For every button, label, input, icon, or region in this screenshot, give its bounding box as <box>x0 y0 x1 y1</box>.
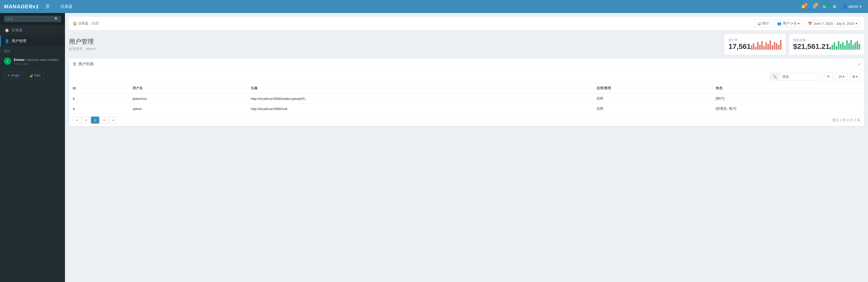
stat-value-orders: 17,561 <box>728 43 751 51</box>
sidebar-item-user-management[interactable]: 👤 用户管理 <box>0 36 65 47</box>
col-avatar: 头像 <box>247 83 592 93</box>
search-submit-button[interactable]: 🔍 <box>770 73 780 80</box>
stats-button[interactable]: 📊 统计 <box>754 20 772 27</box>
bright-theme-button[interactable]: ☀ Bright <box>4 72 23 79</box>
theme-buttons: ☀ Bright 🌙 Dark <box>0 68 65 83</box>
notification-section-title: 通知 <box>0 47 65 55</box>
col-username: 用户名 <box>129 83 247 93</box>
table-row: 8 jiekechoo http://localhost:8080/static… <box>69 93 864 104</box>
pagination-bar: « < 1 > » 显示 1 到 2 共 2 条 <box>69 114 864 126</box>
sidebar-search-container: 🔍 <box>0 13 65 25</box>
calendar-icon: 📅 <box>808 22 812 26</box>
alerts-badge: 5 <box>804 3 808 6</box>
notification-user: Emma <box>14 58 24 62</box>
per-page-value: 10 <box>838 75 842 79</box>
cell-role: [管理员, 用户] <box>712 104 864 114</box>
sidebar-item-dashboard[interactable]: 🏠 仪表盘 <box>0 25 65 36</box>
user-icon: 👤 <box>5 39 9 43</box>
users-label: 用户 (+3) <box>783 21 797 26</box>
dashboard-icon: 🏠 <box>5 28 9 32</box>
chart-bar <box>765 43 767 50</box>
users-filter-button[interactable]: 👥 用户 (+3) ▾ <box>774 20 803 27</box>
content-box-header: ☰ 用户列表 ▾ <box>69 59 864 70</box>
columns-arrow: ▾ <box>856 75 858 79</box>
settings-button[interactable]: ⚙ <box>830 3 839 10</box>
tasks-badge: 7 <box>814 3 818 6</box>
chart-bar <box>751 45 752 50</box>
cell-status: 启用 <box>592 104 712 114</box>
chart-bar <box>774 42 775 50</box>
user-menu[interactable]: 👤 admin ▾ <box>840 3 864 10</box>
breadcrumb-separator: › <box>90 22 91 26</box>
col-id: ID <box>69 83 129 93</box>
chart-bar <box>842 42 844 50</box>
chart-bar <box>830 47 831 50</box>
per-page-arrow: ▾ <box>843 75 845 79</box>
tasks-button[interactable]: ☰ 7 <box>810 3 819 10</box>
user-table-box: ☰ 用户列表 ▾ 🔍 ↻ 10 ▾ ⊞ ▾ <box>69 59 864 126</box>
orders-chart <box>751 39 781 50</box>
chart-bar <box>855 43 856 50</box>
breadcrumb-actions: 📊 统计 👥 用户 (+3) ▾ 📅 June 7, 2015 - July 6… <box>754 20 860 27</box>
refresh-button[interactable]: ↻ <box>824 73 833 80</box>
current-page-button[interactable]: 1 <box>91 117 99 123</box>
chart-bar <box>768 44 769 50</box>
dark-theme-button[interactable]: 🌙 Dark <box>26 72 44 79</box>
users-table: ID 用户名 头像 启用/禁用 角色 8 jiekechoo http://lo… <box>69 83 864 114</box>
search-input[interactable] <box>6 17 54 21</box>
search-wrapper: 🔍 <box>770 73 822 80</box>
breadcrumb-bar: 🏠 仪表盘 › 日历 📊 统计 👥 用户 (+3) ▾ 📅 June 7, 20… <box>69 17 864 30</box>
stats-row: 新订单 17,561 我的余额 $21,561.21 <box>724 34 864 55</box>
page-header: 用户管理 欢迎使用，admin! 新订单 17,561 我的余额 $21,561… <box>69 34 864 55</box>
navbar-right: 🔔 5 ☰ 7 ✉ 1 ⚙ 👤 admin ▾ <box>798 3 864 10</box>
date-range-button[interactable]: 📅 June 7, 2015 - July 6, 2015 ▾ <box>805 20 860 27</box>
balance-chart <box>830 39 860 50</box>
chart-bar <box>840 44 841 50</box>
sun-icon: ☀ <box>7 74 10 77</box>
per-page-button[interactable]: 10 ▾ <box>836 73 847 80</box>
table-toolbar: 🔍 ↻ 10 ▾ ⊞ ▾ <box>69 70 864 83</box>
messages-button[interactable]: ✉ 1 <box>820 3 829 10</box>
chart-bar <box>780 40 781 50</box>
notification-icon: + <box>4 57 11 65</box>
next-page-button[interactable]: > <box>100 117 108 123</box>
cell-username: jiekechoo <box>129 93 247 104</box>
app-brand: MANAGERv1 <box>4 4 39 10</box>
chart-bar <box>859 44 860 50</box>
sidebar-menu: 🏠 仪表盘 👤 用户管理 <box>0 25 65 47</box>
table-search-input[interactable] <box>780 73 821 80</box>
last-page-button[interactable]: » <box>109 117 118 123</box>
search-icon: 🔍 <box>54 17 59 21</box>
box-title-text: 用户列表 <box>78 62 94 66</box>
notification-item: + Emma's account was created 4 hours ago <box>0 55 65 68</box>
breadcrumb-home: 仪表盘 <box>78 21 88 26</box>
first-page-button[interactable]: « <box>73 117 81 123</box>
breadcrumb-current: 日历 <box>92 21 99 26</box>
chart-bar <box>844 45 846 50</box>
stat-card-balance: 我的余额 $21,561.21 <box>789 34 864 55</box>
chart-bar <box>770 40 771 50</box>
columns-button[interactable]: ⊞ ▾ <box>850 73 860 80</box>
cell-status: 启用 <box>592 93 712 104</box>
prev-page-button[interactable]: < <box>82 117 90 123</box>
col-role: 角色 <box>712 83 864 93</box>
sidebar-toggle[interactable]: ☰ <box>43 2 52 11</box>
chart-bar <box>832 45 833 50</box>
chart-bar <box>755 47 756 50</box>
users-icon: 👥 <box>777 22 781 26</box>
chart-bar <box>848 43 850 50</box>
box-title: ☰ 用户列表 <box>73 62 94 66</box>
chart-bar <box>836 46 837 50</box>
bright-label: Bright <box>11 74 20 77</box>
dropdown-arrow-icon: ▾ <box>860 4 862 8</box>
chart-bar <box>761 41 763 50</box>
date-range-label: June 7, 2015 - July 6, 2015 <box>813 22 854 26</box>
stat-label-orders: 新订单 <box>728 38 751 43</box>
chart-bar <box>772 45 773 50</box>
top-navbar: MANAGERv1 ☰ 仪表盘 🔔 5 ☰ 7 ✉ 1 ⚙ 👤 admin ▾ <box>0 0 868 13</box>
home-icon: 🏠 <box>73 22 77 26</box>
alerts-button[interactable]: 🔔 5 <box>798 3 809 10</box>
collapse-button[interactable]: ▾ <box>858 62 860 66</box>
nav-title: 仪表盘 <box>56 4 73 9</box>
chart-bar <box>838 41 839 50</box>
